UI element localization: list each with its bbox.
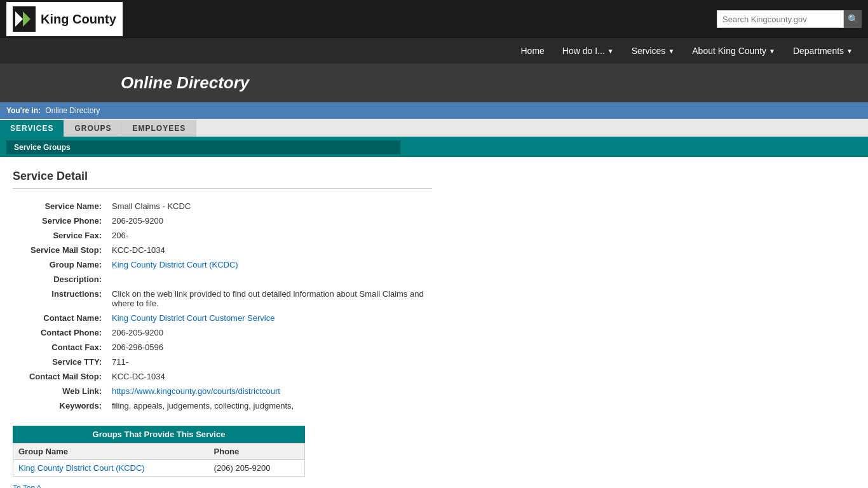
detail-table: Service Name:Small Claims - KCDCService … — [13, 199, 432, 413]
to-top[interactable]: To Top ^ — [13, 483, 432, 488]
tab-groups[interactable]: Groups — [64, 120, 122, 137]
breadcrumb-prefix: You're in: — [6, 106, 41, 115]
logo-text: King County — [41, 12, 116, 27]
detail-value: 206- — [108, 228, 432, 243]
sub-tab-bar: Service Groups — [0, 138, 868, 157]
detail-label: Service TTY: — [13, 355, 108, 369]
detail-row: Keywords:filing, appeals, judgements, co… — [13, 398, 432, 413]
detail-value[interactable]: https://www.kingcounty.gov/courts/distri… — [108, 384, 432, 398]
detail-label: Service Fax: — [13, 228, 108, 243]
detail-row: Contact Phone:206-205-9200 — [13, 325, 432, 340]
search-area: 🔍 — [717, 10, 862, 28]
tab-employees[interactable]: Employees — [122, 120, 196, 137]
detail-link[interactable]: King County District Court (KCDC) — [112, 260, 238, 269]
detail-label: Service Mail Stop: — [13, 243, 108, 257]
groups-col-phone: Phone — [209, 444, 305, 460]
detail-value[interactable]: King County District Court Customer Serv… — [108, 311, 432, 325]
groups-table-header: Groups That Provide This Service — [13, 426, 305, 443]
nav-link-howdoi[interactable]: How do I... ▼ — [553, 39, 623, 62]
page-title: Online Directory — [121, 73, 868, 93]
nav-item-departments[interactable]: Departments ▼ — [784, 39, 862, 62]
nav-items: Home How do I... ▼ Services ▼ About King… — [512, 39, 862, 62]
detail-label: Group Name: — [13, 257, 108, 272]
detail-row: Contact Fax:206-296-0596 — [13, 340, 432, 355]
sub-header: Online Directory — [0, 64, 868, 102]
detail-row: Service Name:Small Claims - KCDC — [13, 199, 432, 214]
detail-row: Contact Name:King County District Court … — [13, 311, 432, 325]
detail-row: Description: — [13, 272, 432, 287]
nav-link-departments[interactable]: Departments ▼ — [784, 39, 862, 62]
detail-value: 711- — [108, 355, 432, 369]
search-input[interactable] — [717, 10, 844, 28]
king-county-logo-icon — [13, 6, 36, 32]
detail-value: filing, appeals, judgements, collecting,… — [108, 398, 432, 413]
tab-services[interactable]: Services — [0, 120, 64, 137]
breadcrumb: You're in: Online Directory — [0, 102, 868, 119]
nav-link-about[interactable]: About King County ▼ — [683, 39, 784, 62]
search-button[interactable]: 🔍 — [844, 10, 862, 28]
nav-item-home[interactable]: Home — [512, 39, 553, 62]
chevron-down-icon: ▼ — [846, 48, 853, 55]
detail-value: KCC-DC-1034 — [108, 369, 432, 384]
detail-label: Contact Phone: — [13, 325, 108, 340]
detail-label: Keywords: — [13, 398, 108, 413]
detail-row: Service Mail Stop:KCC-DC-1034 — [13, 243, 432, 257]
detail-label: Contact Name: — [13, 311, 108, 325]
groups-section: Groups That Provide This Service Group N… — [13, 426, 305, 477]
detail-value: KCC-DC-1034 — [108, 243, 432, 257]
breadcrumb-link[interactable]: Online Directory — [45, 106, 100, 115]
nav-item-services[interactable]: Services ▼ — [623, 39, 684, 62]
detail-label: Service Name: — [13, 199, 108, 214]
detail-value — [108, 272, 432, 287]
content-area: Service Detail Service Name:Small Claims… — [0, 157, 445, 488]
detail-link[interactable]: https://www.kingcounty.gov/courts/distri… — [112, 386, 280, 396]
nav-link-services[interactable]: Services ▼ — [623, 39, 684, 62]
detail-value: Click on the web link provided to find o… — [108, 287, 432, 311]
groups-name-link[interactable]: King County District Court (KCDC) — [18, 463, 145, 473]
detail-value: 206-296-0596 — [108, 340, 432, 355]
detail-link[interactable]: King County District Court Customer Serv… — [112, 313, 275, 323]
tab-bar: Services Groups Employees — [0, 119, 868, 138]
detail-value: Small Claims - KCDC — [108, 199, 432, 214]
detail-label: Service Phone: — [13, 214, 108, 228]
groups-cell-phone: (206) 205-9200 — [209, 460, 305, 477]
detail-label: Contact Fax: — [13, 340, 108, 355]
groups-col-name: Group Name — [13, 444, 209, 460]
groups-table: Group Name Phone King County District Co… — [13, 443, 305, 477]
detail-row: Service Phone:206-205-9200 — [13, 214, 432, 228]
detail-label: Web Link: — [13, 384, 108, 398]
detail-value: 206-205-9200 — [108, 325, 432, 340]
detail-row: Web Link:https://www.kingcounty.gov/cour… — [13, 384, 432, 398]
nav-item-howdoi[interactable]: How do I... ▼ — [553, 39, 623, 62]
chevron-down-icon: ▼ — [769, 48, 775, 55]
groups-cell-name[interactable]: King County District Court (KCDC) — [13, 460, 209, 477]
to-top-link[interactable]: To Top ^ — [13, 484, 41, 488]
header-top: King County 🔍 — [0, 0, 868, 38]
logo-area[interactable]: King County — [6, 2, 123, 36]
main-nav: Home How do I... ▼ Services ▼ About King… — [0, 38, 868, 64]
detail-label: Description: — [13, 272, 108, 287]
detail-row: Group Name:King County District Court (K… — [13, 257, 432, 272]
chevron-down-icon: ▼ — [607, 48, 614, 55]
sub-tab-service-groups[interactable]: Service Groups — [6, 140, 400, 154]
nav-item-about[interactable]: About King County ▼ — [683, 39, 784, 62]
detail-value: 206-205-9200 — [108, 214, 432, 228]
chevron-down-icon: ▼ — [668, 48, 674, 55]
groups-row: King County District Court (KCDC)(206) 2… — [13, 460, 305, 477]
detail-row: Contact Mail Stop:KCC-DC-1034 — [13, 369, 432, 384]
detail-label: Instructions: — [13, 287, 108, 311]
detail-value[interactable]: King County District Court (KCDC) — [108, 257, 432, 272]
detail-row: Service TTY:711- — [13, 355, 432, 369]
service-detail-title: Service Detail — [13, 170, 432, 189]
detail-row: Instructions:Click on the web link provi… — [13, 287, 432, 311]
detail-row: Service Fax:206- — [13, 228, 432, 243]
nav-link-home[interactable]: Home — [512, 39, 553, 62]
detail-label: Contact Mail Stop: — [13, 369, 108, 384]
